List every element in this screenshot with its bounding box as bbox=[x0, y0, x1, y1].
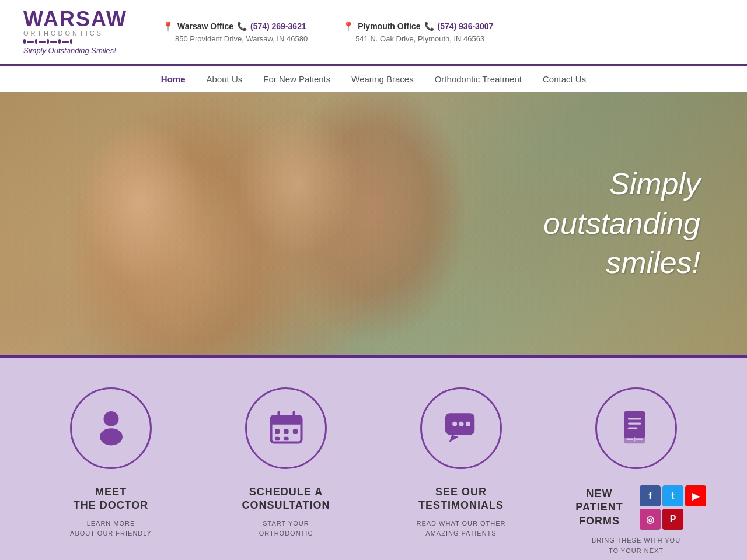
nav-home[interactable]: Home bbox=[151, 66, 196, 92]
phone-icon-plymouth: 📞 bbox=[424, 22, 434, 31]
warsaw-office-name-line: 📍 Warsaw Office 📞 (574) 269-3621 bbox=[162, 21, 308, 32]
feature-desc-doctor: LEARN MORE ABOUT OUR FRIENDLY bbox=[70, 519, 152, 539]
svg-rect-18 bbox=[627, 422, 641, 424]
plymouth-office-name-line: 📍 Plymouth Office 📞 (574) 936-3007 bbox=[343, 21, 493, 32]
feature-title-patient: NEW PATIENT FORMS bbox=[566, 487, 633, 528]
social-icons-cluster: f t ▶ ◎ P bbox=[640, 485, 706, 530]
features-section: MEET THE DOCTOR LEARN MORE ABOUT OUR FRI… bbox=[0, 358, 747, 560]
feature-schedule[interactable]: SCHEDULE A CONSULTATION START YOUR ORTHO… bbox=[216, 387, 356, 539]
hero-tagline: Simply outstanding smiles! bbox=[543, 164, 700, 283]
feature-circle-patient bbox=[595, 387, 677, 469]
nav-orthodontic-treatment[interactable]: Orthodontic Treatment bbox=[424, 66, 532, 92]
svg-rect-17 bbox=[627, 418, 641, 419]
svg-point-1 bbox=[100, 428, 123, 445]
svg-point-14 bbox=[459, 421, 463, 426]
logo-title: WARSAW bbox=[23, 9, 127, 30]
svg-point-0 bbox=[103, 411, 118, 426]
person-icon bbox=[92, 408, 130, 449]
facebook-button[interactable]: f bbox=[640, 485, 661, 506]
warsaw-phone[interactable]: (574) 269-3621 bbox=[250, 22, 306, 31]
social-row-bottom: ◎ P bbox=[640, 509, 706, 530]
feature-desc-schedule: START YOUR ORTHODONTIC bbox=[259, 519, 313, 539]
plymouth-office-name: Plymouth Office bbox=[358, 22, 420, 31]
warsaw-office: 📍 Warsaw Office 📞 (574) 269-3621 850 Pro… bbox=[162, 21, 308, 43]
svg-rect-19 bbox=[627, 427, 637, 429]
feature-desc-patient: BRING THESE WITH YOU TO YOUR NEXT bbox=[592, 536, 680, 556]
contact-area: 📍 Warsaw Office 📞 (574) 269-3621 850 Pro… bbox=[162, 21, 724, 43]
svg-rect-7 bbox=[284, 429, 288, 433]
hero-section: Simply outstanding smiles! bbox=[0, 92, 747, 355]
feature-circle-schedule bbox=[245, 387, 327, 469]
feature-testimonials[interactable]: SEE OUR TESTIMONIALS READ WHAT OUR OTHER… bbox=[391, 387, 531, 539]
main-nav: Home About Us For New Patients Wearing B… bbox=[0, 64, 747, 92]
feature-meet-doctor[interactable]: MEET THE DOCTOR LEARN MORE ABOUT OUR FRI… bbox=[41, 387, 181, 539]
svg-rect-10 bbox=[284, 436, 288, 440]
plymouth-address: 541 N. Oak Drive, Plymouth, IN 46563 bbox=[343, 34, 493, 43]
svg-point-15 bbox=[465, 421, 470, 426]
nav-about[interactable]: About Us bbox=[196, 66, 253, 92]
warsaw-office-name: Warsaw Office bbox=[177, 22, 233, 31]
nav-wearing-braces[interactable]: Wearing Braces bbox=[341, 66, 424, 92]
feature-desc-testimonials: READ WHAT OUR OTHER AMAZING PATIENTS bbox=[416, 519, 505, 539]
twitter-button[interactable]: t bbox=[662, 485, 683, 506]
chat-icon bbox=[442, 408, 480, 449]
svg-rect-8 bbox=[292, 429, 297, 433]
youtube-button[interactable]: ▶ bbox=[685, 485, 706, 506]
nav-new-patients[interactable]: For New Patients bbox=[253, 66, 341, 92]
warsaw-address: 850 Provident Drive, Warsaw, IN 46580 bbox=[162, 34, 308, 43]
calendar-icon bbox=[267, 408, 305, 449]
document-icon bbox=[617, 408, 655, 449]
feature-title-schedule: SCHEDULE A CONSULTATION bbox=[242, 485, 330, 513]
hero-text-block: Simply outstanding smiles! bbox=[543, 164, 700, 283]
svg-marker-12 bbox=[449, 435, 458, 442]
map-pin-icon: 📍 bbox=[162, 21, 174, 32]
svg-rect-6 bbox=[275, 429, 280, 433]
feature-title-doctor: MEET THE DOCTOR bbox=[74, 485, 149, 513]
social-row-top: f t ▶ bbox=[640, 485, 706, 506]
svg-rect-9 bbox=[275, 436, 280, 440]
feature-circle-doctor bbox=[70, 387, 152, 469]
plymouth-office: 📍 Plymouth Office 📞 (574) 936-3007 541 N… bbox=[343, 21, 493, 43]
pinterest-button[interactable]: P bbox=[662, 509, 683, 530]
svg-rect-3 bbox=[271, 416, 301, 425]
svg-point-13 bbox=[452, 421, 457, 426]
instagram-button[interactable]: ◎ bbox=[640, 509, 661, 530]
plymouth-phone[interactable]: (574) 936-3007 bbox=[438, 22, 494, 31]
map-pin-icon-plymouth: 📍 bbox=[343, 21, 354, 32]
nav-contact[interactable]: Contact Us bbox=[532, 66, 596, 92]
logo-area: WARSAW ORTHODONTICS Simply Outstanding S… bbox=[23, 9, 127, 55]
feature-new-patient[interactable]: NEW PATIENT FORMS f t ▶ ◎ P BRING THE bbox=[566, 387, 706, 556]
header: WARSAW ORTHODONTICS Simply Outstanding S… bbox=[0, 0, 747, 64]
new-patient-title-row: NEW PATIENT FORMS f t ▶ ◎ P BRING THE bbox=[566, 485, 706, 556]
feature-title-testimonials: SEE OUR TESTIMONIALS bbox=[418, 485, 504, 513]
phone-icon-warsaw: 📞 bbox=[237, 22, 247, 31]
feature-circle-testimonials bbox=[420, 387, 502, 469]
logo-tagline: Simply Outstanding Smiles! bbox=[23, 46, 127, 55]
logo-braces-decoration bbox=[23, 39, 127, 44]
